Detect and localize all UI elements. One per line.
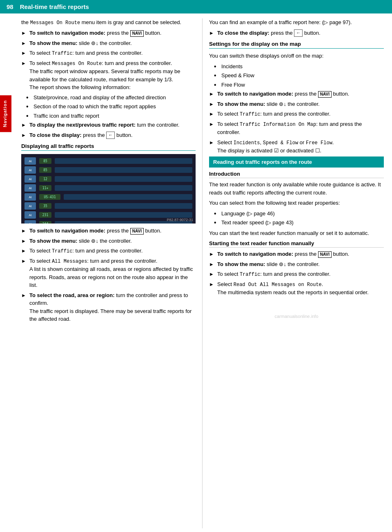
free-flow: Free Flow xyxy=(306,140,332,146)
right-intro: You can find an example of a traffic rep… xyxy=(209,18,384,27)
list-item: ► Select Incidents, Speed & Flow or Free… xyxy=(209,139,384,155)
section-introduction: Introduction xyxy=(209,171,384,178)
navi-button-icon: NAVI xyxy=(130,228,144,235)
watermark: carmanualsonline.info xyxy=(209,313,384,319)
list-item: • Language (▷ page 46) xyxy=(214,210,384,218)
navi-button-icon: NAVI xyxy=(318,251,332,258)
list-item: ► To select Traffic: turn and press the … xyxy=(209,110,384,118)
list-item: ► To show the menu: slide ⊚↓ the control… xyxy=(209,100,384,108)
list-item: ► To switch to navigation mode: press th… xyxy=(21,227,196,235)
list-item: • Free Flow xyxy=(214,81,384,89)
all-messages: All Messages xyxy=(52,259,87,264)
watermark-text: carmanualsonline.info xyxy=(274,314,318,319)
page-title: Real-time traffic reports xyxy=(20,3,89,10)
arrow-icon: ► xyxy=(209,110,216,118)
incidents: Incidents xyxy=(234,140,260,146)
page-number: 98 xyxy=(7,3,13,10)
traffic-row: Al 35 xyxy=(24,202,192,210)
read-out-all: Read Out All Messages on Route xyxy=(234,282,322,288)
traffic-list: Al 85 Al 85 Al 12 Al xyxy=(21,154,196,224)
arrow-icon: ► xyxy=(21,40,28,47)
arrow-icon: ► xyxy=(21,237,28,245)
list-item: • Incidents xyxy=(214,63,384,71)
col-left: the Messages On Route menu item is gray … xyxy=(15,18,203,528)
dot-icon: • xyxy=(26,94,32,101)
list-item: ► To switch to navigation mode: press th… xyxy=(209,90,384,98)
list-item: ► To switch to navigation mode: press th… xyxy=(21,29,196,37)
item-text: To switch to navigation mode: press the … xyxy=(29,227,196,235)
traffic-row: Al US-431 xyxy=(24,193,192,201)
list-item: ► Select Read Out All Messages on Route.… xyxy=(209,280,384,297)
item-text: To select Traffic: turn and press the co… xyxy=(217,270,384,278)
item-text: To display the next/previous traffic rep… xyxy=(29,121,196,129)
list-item: ► To close the display: press the ← butt… xyxy=(209,29,384,37)
messages-on-route: Messages On Route xyxy=(52,61,102,67)
traffic-row: Al 85 xyxy=(24,166,192,174)
image-caption: P82.87-9072-31 xyxy=(167,218,193,222)
item-text: To select the road, area or region: turn… xyxy=(29,291,196,323)
item-text: To close the display: press the ← button… xyxy=(29,131,196,139)
properties-intro: You can select from the following text r… xyxy=(209,199,384,207)
arrow-icon: ► xyxy=(21,257,28,265)
box-heading: Reading out traffic reports on the route xyxy=(209,156,384,168)
traffic-icon: Al xyxy=(24,166,36,174)
arrow-icon: ► xyxy=(21,247,28,255)
list-item: ► To show the menu: slide ⊚↓ the control… xyxy=(21,39,196,47)
dot-icon: • xyxy=(214,81,220,89)
traffic-row: Al 11+ xyxy=(24,184,192,192)
traffic-row: Al 12 xyxy=(24,175,192,183)
list-item: ► To select Traffic: turn and press the … xyxy=(21,49,196,57)
item-text: To select Messages On Route: turn and pr… xyxy=(29,59,196,92)
navi-button-icon: NAVI xyxy=(130,30,144,37)
item-text: To show the menu: slide ⊚↓ the controlle… xyxy=(217,260,384,268)
item-text: To close the display: press the ← button… xyxy=(217,29,384,37)
item-text: Section of the road to which the traffic… xyxy=(33,103,196,111)
traffic-icon: Al xyxy=(24,184,36,192)
dot-icon: • xyxy=(214,63,220,70)
content-area: the Messages On Route menu item is gray … xyxy=(15,13,392,528)
traffic-icon: Al xyxy=(24,175,36,183)
item-text: Language (▷ page 46) xyxy=(221,210,384,218)
list-item: ► To select the road, area or region: tu… xyxy=(21,291,196,323)
menu-item-messages: Messages On Route xyxy=(30,20,80,26)
traffic-icon: Al xyxy=(24,220,36,224)
list-item: ► To display the next/previous traffic r… xyxy=(21,121,196,129)
item-text: To select Traffic: turn and press the co… xyxy=(29,49,196,57)
list-item: ► To select Traffic: turn and press the … xyxy=(21,247,196,255)
list-item: ► To select All Messages: turn and press… xyxy=(21,257,196,289)
back-button-icon: ← xyxy=(106,132,115,139)
sidebar: Navigation xyxy=(0,13,15,528)
speed-flow: Speed & Flow xyxy=(263,140,298,146)
arrow-icon: ► xyxy=(21,292,28,299)
item-text: To show the menu: slide ⊚↓ the controlle… xyxy=(217,100,384,108)
arrow-icon: ► xyxy=(209,261,216,268)
arrow-icon: ► xyxy=(21,227,28,235)
list-item: ► To select Messages On Route: turn and … xyxy=(21,59,196,92)
arrow-icon: ► xyxy=(21,29,28,37)
traffic-icon: Al xyxy=(24,193,36,201)
dot-icon: • xyxy=(26,103,32,110)
arrow-icon: ► xyxy=(21,121,28,129)
item-text: To show the menu: slide ⊚↓ the controlle… xyxy=(29,237,196,245)
dot-icon: • xyxy=(26,112,32,120)
intro-text-right: The text reader function is only availab… xyxy=(209,181,384,197)
traffic-menu: Traffic xyxy=(52,51,72,56)
arrow-icon: ► xyxy=(209,281,216,288)
traffic-menu: Traffic xyxy=(240,112,260,117)
intro-text: the Messages On Route menu item is gray … xyxy=(21,18,196,27)
list-item: ► To select Traffic: turn and press the … xyxy=(209,270,384,278)
list-item: ► To show the menu: slide ⊚↓ the control… xyxy=(21,237,196,245)
arrow-icon: ► xyxy=(21,60,28,67)
item-text: Speed & Flow xyxy=(221,72,384,80)
item-text: Free Flow xyxy=(221,81,384,89)
list-item: ► To select Traffic Information On Map: … xyxy=(209,120,384,136)
traffic-menu: Traffic xyxy=(240,272,260,277)
list-item: • Traffic icon and traffic report xyxy=(26,112,196,120)
arrow-icon: ► xyxy=(21,49,28,57)
list-item: ► To show the menu: slide ⊚↓ the control… xyxy=(209,260,384,268)
item-text: Select Read Out All Messages on Route. T… xyxy=(217,280,384,297)
item-text: Select Incidents, Speed & Flow or Free F… xyxy=(217,139,384,155)
item-text: Incidents xyxy=(221,63,384,71)
traffic-icon: Al xyxy=(24,202,36,210)
arrow-icon: ► xyxy=(209,101,216,108)
